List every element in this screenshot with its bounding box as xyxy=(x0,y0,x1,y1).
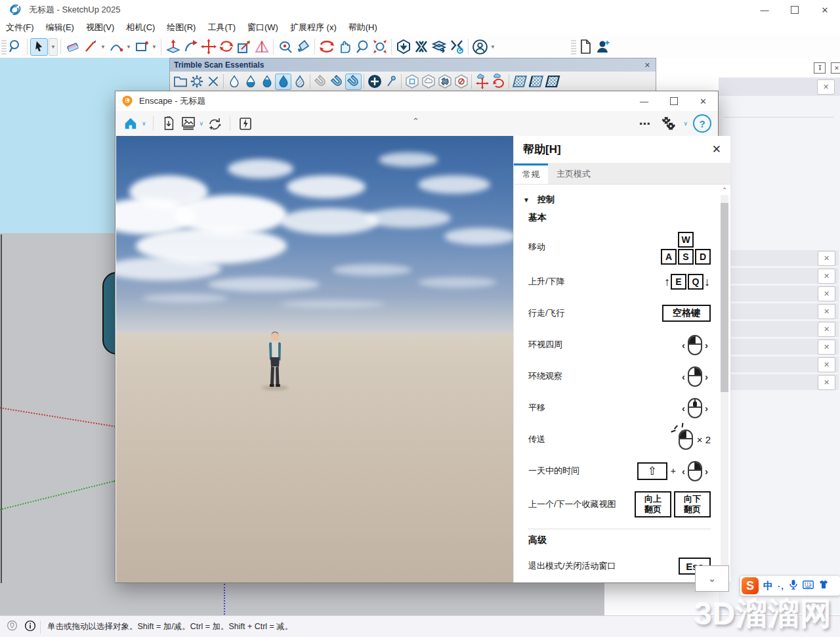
paint-bucket-icon[interactable] xyxy=(294,38,312,56)
quick-lightning-icon[interactable] xyxy=(236,114,255,133)
eraser-icon[interactable] xyxy=(64,38,81,56)
tray-collapsed-panel[interactable]: ✕ xyxy=(719,339,839,355)
menu-view[interactable]: 视图(V) xyxy=(80,20,120,35)
drop-half-icon[interactable] xyxy=(242,74,259,90)
toolbar-collapse-icon[interactable]: ⌃ xyxy=(412,116,419,126)
info-icon[interactable] xyxy=(24,620,36,634)
ime-punctuation-icon[interactable]: ·, xyxy=(778,581,784,591)
panel-close-button[interactable]: ✕ xyxy=(818,251,835,266)
panel-close-button[interactable]: ✕ xyxy=(818,375,835,390)
rectangle-tool-icon[interactable] xyxy=(133,38,150,56)
drop-striped-icon[interactable] xyxy=(291,74,308,90)
tray-expand-button[interactable]: ⌄ xyxy=(695,565,729,592)
hex-null-icon[interactable] xyxy=(453,74,469,90)
menu-edit[interactable]: 编辑(E) xyxy=(40,20,80,35)
export-render-icon[interactable] xyxy=(159,114,178,133)
scrollbar-thumb[interactable] xyxy=(721,203,728,392)
tray-panel-header[interactable]: ✕ xyxy=(719,77,840,97)
line-tool-icon[interactable] xyxy=(81,38,99,56)
drop-empty-icon[interactable] xyxy=(226,74,242,90)
tray-close-icon[interactable]: ✕ xyxy=(831,62,840,74)
enscape-minimize-button[interactable]: — xyxy=(629,91,659,111)
zoom-window-icon[interactable] xyxy=(7,38,24,56)
tray-panel-close-button[interactable]: ✕ xyxy=(817,79,835,95)
extension-warehouse-icon[interactable] xyxy=(412,38,430,56)
zoom-tool-icon[interactable] xyxy=(353,38,371,56)
delete-x-icon[interactable] xyxy=(205,74,221,90)
home-icon[interactable] xyxy=(121,114,140,133)
collapse-triangle-icon[interactable]: ▼ xyxy=(523,196,530,204)
tray-collapsed-panel[interactable]: ✕ xyxy=(719,321,839,337)
cloud-move-icon[interactable] xyxy=(474,74,490,90)
magnet-icon[interactable] xyxy=(329,74,345,90)
warehouse-download-icon[interactable] xyxy=(394,38,412,56)
rectangle-dropdown[interactable]: ▼ xyxy=(150,39,158,55)
mesh-3-icon[interactable] xyxy=(544,74,560,90)
panel-close-button[interactable]: ✕ xyxy=(818,322,835,337)
trimble-titlebar[interactable]: Trimble Scan Essentials ✕ xyxy=(170,58,656,72)
tray-collapsed-panel[interactable]: ✕ xyxy=(719,250,839,266)
sketchup-viewport-ground-strip[interactable] xyxy=(169,583,604,615)
pan-tool-icon[interactable] xyxy=(335,38,353,56)
menu-camera[interactable]: 相机(C) xyxy=(120,20,161,35)
line-dropdown[interactable]: ▼ xyxy=(99,39,107,55)
hex-fingerprint-icon[interactable] xyxy=(436,74,453,90)
ime-mode-chinese[interactable]: 中 xyxy=(763,580,773,592)
minimize-button[interactable]: — xyxy=(749,0,780,20)
tab-home-mode[interactable]: 主页模式 xyxy=(548,164,599,184)
mesh-2-icon[interactable] xyxy=(528,74,544,90)
add-point-icon[interactable] xyxy=(366,74,383,90)
help-icon[interactable]: ? xyxy=(693,114,711,133)
ime-mic-icon[interactable] xyxy=(789,579,798,592)
pin-needle-icon[interactable] xyxy=(383,74,399,90)
arc-dropdown[interactable]: ▼ xyxy=(125,39,133,55)
menu-file[interactable]: 文件(F) xyxy=(0,20,40,35)
trimble-close-icon[interactable]: ✕ xyxy=(643,61,652,70)
geolocation-icon[interactable] xyxy=(7,620,18,634)
folder-icon[interactable] xyxy=(172,74,188,90)
help-close-icon[interactable]: ✕ xyxy=(712,143,721,156)
ime-skin-icon[interactable] xyxy=(818,580,829,592)
settings-gears-icon[interactable] xyxy=(658,114,678,133)
select-dropdown[interactable]: ▼ xyxy=(49,38,58,56)
image-dropdown-icon[interactable]: ∨ xyxy=(200,120,204,127)
mesh-1-icon[interactable] xyxy=(511,74,528,90)
tray-collapsed-panel[interactable]: ✕ xyxy=(719,286,839,301)
more-menu-icon[interactable]: ⋯ xyxy=(635,114,654,133)
orbit-tool-icon[interactable] xyxy=(318,38,335,56)
home-dropdown-icon[interactable]: ∨ xyxy=(142,120,146,127)
cloud-rotate-icon[interactable] xyxy=(490,74,507,90)
panel-close-button[interactable]: ✕ xyxy=(818,340,835,355)
section-control[interactable]: ▼ 控制 xyxy=(523,191,711,208)
follow-me-icon[interactable] xyxy=(182,38,200,56)
image-icon[interactable] xyxy=(178,114,198,133)
toolbar-grip-2[interactable] xyxy=(571,39,576,55)
sparkle-refresh-icon[interactable] xyxy=(205,114,224,133)
tray-collapsed-panel[interactable]: ✕ xyxy=(719,374,839,390)
menu-draw[interactable]: 绘图(R) xyxy=(161,20,201,35)
enscape-maximize-button[interactable] xyxy=(659,91,688,111)
drop-full-icon[interactable] xyxy=(275,74,291,90)
menu-extensions[interactable]: 扩展程序 (x) xyxy=(284,20,343,35)
layers-share-icon[interactable] xyxy=(430,38,448,56)
zoom-extents-icon[interactable] xyxy=(371,38,388,56)
arc-tool-icon[interactable] xyxy=(107,38,125,56)
panel-close-button[interactable]: ✕ xyxy=(818,357,835,372)
move-tool-icon[interactable] xyxy=(200,38,217,56)
hex-box-icon[interactable] xyxy=(404,74,420,90)
panel-close-button[interactable]: ✕ xyxy=(818,304,835,319)
settings-gear-icon[interactable] xyxy=(188,74,205,90)
sogou-logo-icon[interactable]: S xyxy=(742,577,759,594)
select-tool-icon[interactable] xyxy=(30,38,48,56)
scan-settings-icon[interactable] xyxy=(448,38,465,56)
close-button[interactable]: ✕ xyxy=(810,0,840,20)
axes-tool-icon[interactable] xyxy=(253,38,270,56)
tape-measure-icon[interactable] xyxy=(276,38,294,56)
tray-collapsed-panel[interactable]: ✕ xyxy=(719,357,839,372)
panel-close-button[interactable]: ✕ xyxy=(818,286,835,301)
panel-close-button[interactable]: ✕ xyxy=(818,269,835,284)
rotate-tool-icon[interactable] xyxy=(217,38,235,56)
enscape-close-button[interactable]: ✕ xyxy=(688,91,718,111)
maximize-button[interactable] xyxy=(780,0,810,20)
drop-most-icon[interactable] xyxy=(259,74,275,90)
